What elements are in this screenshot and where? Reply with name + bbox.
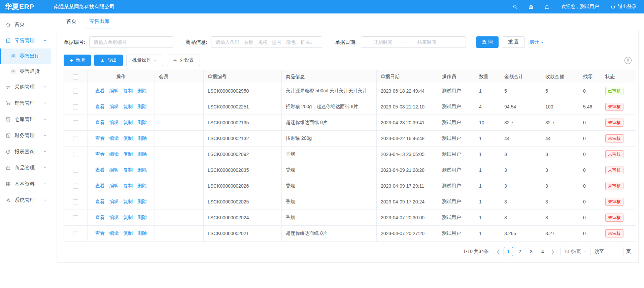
sidebar-item-report[interactable]: 报表查询 xyxy=(0,143,51,160)
delete-link[interactable]: 删除 xyxy=(137,230,147,236)
tab-home[interactable]: 首页 xyxy=(60,13,83,29)
copy-link[interactable]: 复制 xyxy=(123,135,133,141)
cell-actions: 查看|编辑|复制|删除 xyxy=(88,210,155,226)
add-button[interactable]: + 新增 xyxy=(64,55,91,66)
reset-button[interactable]: 重 置 xyxy=(502,36,525,48)
page-size-select[interactable]: 10 条/页 xyxy=(561,247,590,256)
cell-received: 32.7 xyxy=(541,115,579,131)
doc-icon xyxy=(11,69,16,74)
edit-link[interactable]: 编辑 xyxy=(109,120,119,125)
cell-change: 0 xyxy=(579,226,601,242)
date-end-input[interactable] xyxy=(408,39,445,45)
number-input[interactable] xyxy=(89,36,173,48)
page-button[interactable]: 4 xyxy=(538,247,547,256)
delete-link[interactable]: 删除 xyxy=(137,215,147,220)
next-page-icon[interactable]: ❯ xyxy=(548,249,557,254)
sidebar-item-system[interactable]: 系统管理 xyxy=(0,192,51,208)
delete-link[interactable]: 删除 xyxy=(137,151,147,157)
search-button[interactable]: 查 询 xyxy=(476,36,499,48)
edit-link[interactable]: 编辑 xyxy=(109,167,119,172)
edit-link[interactable]: 编辑 xyxy=(109,199,119,204)
bell-icon[interactable] xyxy=(544,4,550,10)
row-checkbox[interactable] xyxy=(73,104,78,109)
select-all-checkbox[interactable] xyxy=(73,74,78,79)
copy-link[interactable]: 复制 xyxy=(123,167,133,172)
expand-link[interactable]: 展开 xyxy=(530,39,544,45)
row-checkbox[interactable] xyxy=(73,89,78,94)
help-icon[interactable]: ? xyxy=(624,57,632,64)
row-checkbox[interactable] xyxy=(73,168,78,173)
sidebar-item-basic[interactable]: 基本资料 xyxy=(0,176,51,192)
page-button[interactable]: 3 xyxy=(527,247,536,256)
view-link[interactable]: 查看 xyxy=(95,104,105,109)
sidebar-item-purchase[interactable]: 采购管理 xyxy=(0,79,51,95)
product-input[interactable] xyxy=(211,36,322,48)
date-range-picker[interactable]: ~ xyxy=(361,36,466,48)
view-link[interactable]: 查看 xyxy=(95,230,105,236)
view-link[interactable]: 查看 xyxy=(95,151,105,157)
sidebar-item-warehouse[interactable]: 仓库管理 xyxy=(0,111,51,127)
copy-link[interactable]: 复制 xyxy=(123,88,133,93)
sidebar-subitem[interactable]: 零售出库 xyxy=(0,49,51,64)
page-button[interactable]: 2 xyxy=(515,247,524,256)
row-checkbox[interactable] xyxy=(73,215,78,220)
sidebar-item-sales[interactable]: 销售管理 xyxy=(0,95,51,111)
edit-link[interactable]: 编辑 xyxy=(109,230,119,236)
delete-link[interactable]: 删除 xyxy=(137,135,147,141)
edit-link[interactable]: 编辑 xyxy=(109,151,119,157)
sidebar-item-retail[interactable]: 零售管理 xyxy=(0,32,51,49)
edit-link[interactable]: 编辑 xyxy=(109,215,119,220)
delete-link[interactable]: 删除 xyxy=(137,104,147,109)
delete-link[interactable]: 删除 xyxy=(137,183,147,188)
row-checkbox[interactable] xyxy=(73,184,78,189)
action-separator: | xyxy=(121,88,122,93)
delete-link[interactable]: 删除 xyxy=(137,167,147,172)
delete-link[interactable]: 删除 xyxy=(137,88,147,93)
page-button[interactable]: 1 xyxy=(504,247,513,256)
view-link[interactable]: 查看 xyxy=(95,167,105,172)
date-start-input[interactable] xyxy=(365,39,402,45)
export-button[interactable]: 导出 xyxy=(94,55,123,66)
jump-page-input[interactable] xyxy=(607,247,623,256)
view-link[interactable]: 查看 xyxy=(95,215,105,220)
copy-link[interactable]: 复制 xyxy=(123,199,133,204)
delete-link[interactable]: 删除 xyxy=(137,120,147,125)
view-link[interactable]: 查看 xyxy=(95,120,105,125)
sidebar-subitem[interactable]: 零售退货 xyxy=(0,64,51,79)
delete-link[interactable]: 删除 xyxy=(137,199,147,204)
column-settings-button[interactable]: 列设置 xyxy=(167,55,200,66)
view-link[interactable]: 查看 xyxy=(95,199,105,204)
cell-product: 香烟 xyxy=(282,178,377,194)
product-label: 商品信息: xyxy=(185,39,207,45)
copy-link[interactable]: 复制 xyxy=(123,151,133,157)
row-checkbox[interactable] xyxy=(73,199,78,204)
search-icon[interactable] xyxy=(512,4,518,10)
view-link[interactable]: 查看 xyxy=(95,88,105,93)
row-checkbox[interactable] xyxy=(73,231,78,236)
row-checkbox[interactable] xyxy=(73,152,78,157)
batch-operations-button[interactable]: 批量操作 xyxy=(126,55,163,66)
view-link[interactable]: 查看 xyxy=(95,135,105,141)
copy-link[interactable]: 复制 xyxy=(123,120,133,125)
action-separator: | xyxy=(106,215,108,220)
pagination: 1-10 共34条 ❮ 1234 ❯ 10 条/页 跳至 页 xyxy=(64,247,631,256)
edit-link[interactable]: 编辑 xyxy=(109,104,119,109)
copy-link[interactable]: 复制 xyxy=(123,230,133,236)
row-checkbox[interactable] xyxy=(73,120,78,125)
copy-link[interactable]: 复制 xyxy=(123,104,133,109)
sidebar-item-goods[interactable]: 商品管理 xyxy=(0,160,51,176)
view-link[interactable]: 查看 xyxy=(95,183,105,188)
row-checkbox[interactable] xyxy=(73,136,78,141)
edit-link[interactable]: 编辑 xyxy=(109,135,119,141)
prev-page-icon[interactable]: ❮ xyxy=(494,249,503,254)
bank-icon[interactable] xyxy=(528,4,534,10)
edit-link[interactable]: 编辑 xyxy=(109,183,119,188)
sidebar-item-home[interactable]: 首页 xyxy=(0,16,51,32)
cell-operator: 测试用户 xyxy=(438,131,475,147)
copy-link[interactable]: 复制 xyxy=(123,215,133,220)
copy-link[interactable]: 复制 xyxy=(123,183,133,188)
logout-button[interactable]: 退出登录 xyxy=(610,4,637,10)
edit-link[interactable]: 编辑 xyxy=(109,88,119,93)
sidebar-item-finance[interactable]: 财务管理 xyxy=(0,127,51,143)
tab-retail-outbound[interactable]: 零售出库 xyxy=(83,13,116,29)
